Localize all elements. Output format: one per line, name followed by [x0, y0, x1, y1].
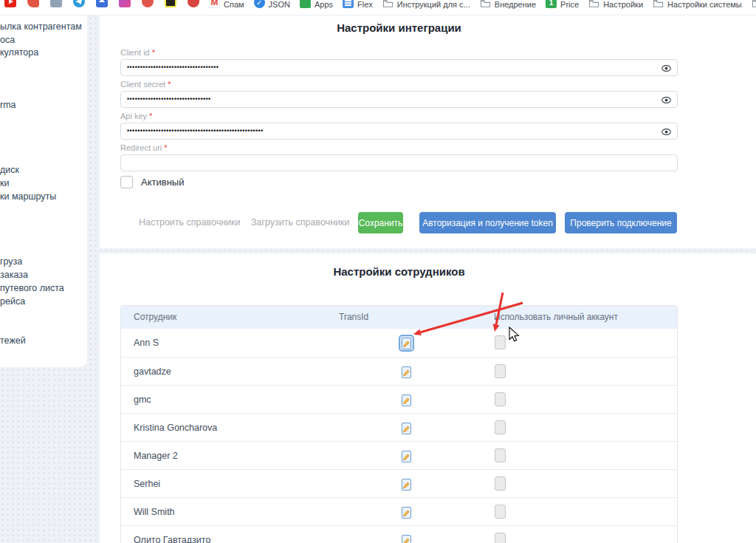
bookmark-settings-folder[interactable]: Настройки: [588, 0, 643, 16]
bookmarks-bar: M Спам ✓ JSON Apps Flex Инструкций для с…: [0, 0, 756, 16]
edit-transid-icon[interactable]: [400, 533, 413, 543]
dark-app-icon[interactable]: [165, 0, 176, 7]
sidebar-item[interactable]: ки: [0, 178, 87, 188]
folder-icon: [588, 0, 599, 8]
check-connection-button[interactable]: Проверить подключение: [565, 212, 677, 233]
active-checkbox-label: Активный: [141, 177, 184, 188]
redirect-uri-input[interactable]: [120, 154, 678, 171]
youtube-icon[interactable]: [4, 0, 16, 7]
edit-transid-icon[interactable]: [400, 421, 413, 435]
employees-settings-section: Настройки сотрудников Сотрудник TransId …: [100, 253, 756, 543]
personal-account-checkbox[interactable]: [495, 448, 506, 462]
edit-transid-icon[interactable]: [400, 393, 413, 407]
sidebar-item[interactable]: оса: [0, 35, 87, 45]
column-employee: Сотрудник: [134, 306, 176, 329]
bookmark-system-settings-folder[interactable]: Настройки системы: [653, 0, 742, 16]
bookmark-fop-folder[interactable]: ФОП: [752, 0, 756, 16]
sidebar-item[interactable]: путевого листа: [0, 283, 87, 293]
table-row: Serhei: [121, 469, 677, 497]
client-secret-input[interactable]: ••••••••••••••••••••••••••••••••: [120, 91, 678, 108]
api-key-input[interactable]: ••••••••••••••••••••••••••••••••••••••••…: [120, 123, 678, 140]
sidebar-item[interactable]: груза: [0, 256, 87, 267]
personal-account-checkbox[interactable]: [495, 420, 506, 434]
load-dictionaries-button[interactable]: Загрузить справочники: [251, 212, 350, 233]
authorize-token-button[interactable]: Авторизация и получение token: [419, 212, 556, 233]
folder-icon: [752, 0, 756, 8]
check-badge-icon: ✓: [254, 0, 265, 8]
configure-dictionaries-button[interactable]: Настроить справочники: [139, 212, 241, 233]
bookmark-price[interactable]: 1 Price: [546, 0, 579, 16]
personal-account-checkbox[interactable]: [495, 335, 506, 349]
active-checkbox[interactable]: [120, 176, 133, 188]
eye-icon[interactable]: [661, 126, 672, 137]
gmail-icon: M: [209, 0, 220, 8]
api-key-label: Api key*: [120, 112, 678, 120]
bookmark-implementation-folder[interactable]: Внедрение: [480, 0, 536, 16]
bookmark-spam[interactable]: M Спам: [209, 0, 244, 16]
table-row: gmc: [121, 385, 677, 413]
redirect-uri-field: Redirect uri*: [120, 143, 678, 171]
client-id-field: Client id* •••••••••••••••••••••••••••••…: [120, 48, 678, 76]
table-row: gavtadze: [121, 357, 677, 385]
table-row: Ann S: [121, 329, 677, 357]
integration-title: Настройки интеграции: [120, 21, 678, 34]
table-row: Kristina Goncharova: [121, 413, 677, 441]
personal-account-checkbox[interactable]: [495, 477, 506, 491]
screen: M Спам ✓ JSON Apps Flex Инструкций для с…: [0, 0, 756, 543]
save-button[interactable]: Сохранить: [358, 212, 403, 233]
eye-icon[interactable]: [661, 95, 672, 106]
sidebar-item[interactable]: тежей: [0, 335, 87, 346]
gray-app-icon[interactable]: [50, 0, 62, 7]
eye-icon[interactable]: [661, 63, 672, 74]
bookmark-apps[interactable]: Apps: [300, 0, 333, 16]
client-secret-field: Client secret* •••••••••••••••••••••••••…: [120, 80, 678, 108]
sidebar-item[interactable]: ылка контрагентам: [0, 21, 87, 32]
pink-app-icon[interactable]: [188, 0, 199, 7]
personal-account-checkbox[interactable]: [495, 505, 506, 519]
client-secret-label: Client secret*: [120, 80, 678, 89]
bookmark-flex[interactable]: Flex: [343, 0, 373, 16]
flex-doc-icon: [343, 0, 354, 8]
sidebar-item[interactable]: rma: [0, 100, 87, 110]
client-id-label: Client id*: [120, 48, 678, 57]
sidebar-item[interactable]: диск: [0, 165, 87, 175]
green-badge-icon: [300, 0, 311, 8]
red-app-icon[interactable]: [27, 0, 39, 7]
table-row: Олито Гавтадзито: [121, 525, 677, 543]
buttons-row: Настроить справочники Загрузить справочн…: [100, 212, 756, 233]
employees-title: Настройки сотрудников: [120, 265, 678, 278]
bookmark-instructions-folder[interactable]: Инструкций для с...: [382, 0, 470, 16]
telegram-icon[interactable]: [73, 0, 85, 7]
edit-transid-icon[interactable]: [400, 477, 413, 491]
folder-icon: [653, 0, 664, 8]
table-row: Manager 2: [121, 441, 677, 469]
personal-account-checkbox[interactable]: [495, 533, 506, 543]
sidebar-item[interactable]: ки маршруты: [0, 191, 87, 202]
sidebar-item[interactable]: заказа: [0, 270, 87, 280]
favicon-bookmarks: [4, 0, 199, 7]
column-transid: TransId: [339, 306, 368, 329]
blue-app-icon[interactable]: [96, 0, 108, 7]
main-content: Настройки интеграции Client id* ••••••••…: [100, 16, 756, 543]
section-divider: [100, 248, 756, 253]
green-badge-icon: 1: [546, 0, 557, 8]
orange-app-icon[interactable]: [142, 0, 154, 7]
edit-transid-icon[interactable]: [400, 336, 413, 350]
personal-account-checkbox[interactable]: [495, 392, 506, 406]
sidebar: ылка контрагентам оса кулятора rma диск …: [0, 16, 87, 367]
client-id-input[interactable]: •••••••••••••••••••••••••••••••••••: [120, 59, 678, 76]
personal-account-checkbox[interactable]: [495, 364, 506, 378]
edit-transid-icon[interactable]: [400, 449, 413, 463]
edit-transid-icon[interactable]: [400, 365, 413, 379]
redirect-uri-label: Redirect uri*: [120, 143, 678, 152]
folder-icon: [480, 0, 491, 8]
bookmark-json[interactable]: ✓ JSON: [254, 0, 290, 16]
table-row: Will Smith: [121, 497, 677, 525]
sidebar-item[interactable]: кулятора: [0, 47, 87, 58]
edit-transid-icon[interactable]: [400, 505, 413, 519]
purple-app-icon[interactable]: [119, 0, 131, 7]
table-header: Сотрудник TransId Использовать личный ак…: [121, 306, 677, 329]
column-personal-account: Использовать личный аккаунт: [494, 306, 618, 329]
active-checkbox-row: Активный: [120, 176, 184, 188]
sidebar-item[interactable]: рейса: [0, 296, 87, 307]
